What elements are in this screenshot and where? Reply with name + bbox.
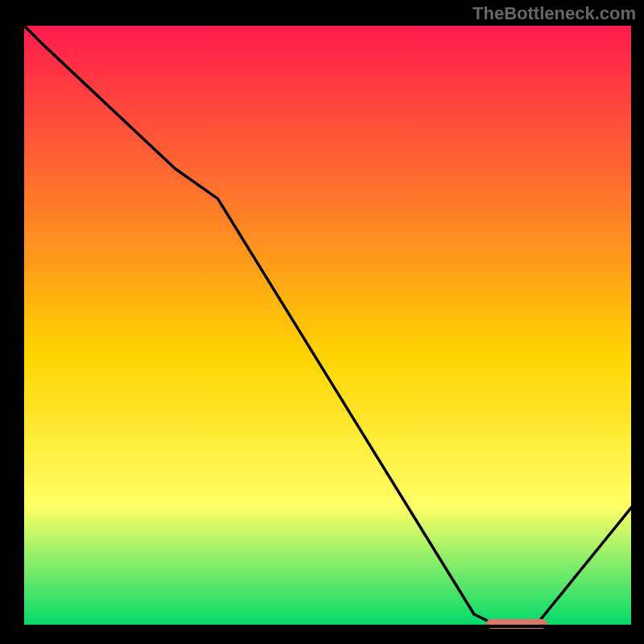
watermark-text: TheBottleneck.com <box>473 3 636 24</box>
gradient-background <box>23 24 633 626</box>
bottleneck-chart <box>0 0 644 644</box>
chart-container: { "watermark": "TheBottleneck.com", "cha… <box>0 0 644 644</box>
plot-area <box>23 24 633 626</box>
